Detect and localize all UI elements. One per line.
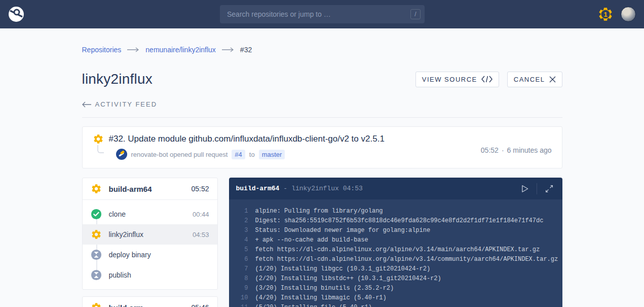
log-line-text: Status: Downloaded newer image for golan…	[255, 226, 431, 235]
log-line[interactable]: 9(3/20) Installing binutils (2.35.2-r2)	[237, 284, 554, 293]
log-line[interactable]: 4+ apk --no-cache add build-base	[237, 235, 554, 245]
console-actions-divider	[537, 183, 537, 194]
log-line-number[interactable]: 1	[237, 207, 248, 216]
build-title: #32. Update module github.com/influxdata…	[109, 134, 385, 144]
arrow-right-icon	[127, 47, 139, 52]
stages-sidebar: build-arm64 05:52 clone 00:44	[82, 178, 218, 307]
notification-count: 1	[597, 6, 614, 22]
step-duration: 04:53	[193, 231, 209, 238]
play-icon	[519, 184, 529, 194]
vela-logo-icon[interactable]	[8, 6, 24, 22]
pending-hourglass-icon	[91, 249, 102, 260]
stage-name: build-arm64	[109, 185, 152, 193]
console-header: build-arm64 - linky2influx 04:53	[229, 178, 562, 199]
step-row-deploy-binary[interactable]: deploy binary	[83, 245, 217, 265]
stage-header-build-arm[interactable]: build-arm 05:46	[83, 297, 217, 307]
log-line-text: + apk --no-cache add build-base	[255, 235, 368, 245]
step-row-clone[interactable]: clone 00:44	[83, 204, 217, 224]
global-search: /	[220, 5, 425, 23]
connector-line	[97, 145, 104, 153]
breadcrumb-repositories[interactable]: Repositories	[82, 46, 122, 54]
log-line[interactable]: 2Digest: sha256:5519c8752f6b53fc8818dc46…	[237, 216, 554, 226]
running-gear-icon	[91, 183, 102, 194]
log-line-number[interactable]: 2	[237, 216, 248, 226]
log-line[interactable]: 8(2/20) Installing libstdc++ (10.3.1_git…	[237, 274, 554, 284]
log-line-number[interactable]: 11	[237, 303, 248, 307]
branch-badge[interactable]: master	[259, 150, 285, 159]
code-icon	[481, 76, 493, 83]
log-line-number[interactable]: 5	[237, 245, 248, 255]
console-step-duration: 04:53	[343, 185, 363, 192]
log-line-text: (3/20) Installing binutils (2.35.2-r2)	[255, 284, 394, 293]
build-activity-card[interactable]: #32. Update module github.com/influxdata…	[82, 126, 562, 168]
running-gear-icon	[93, 133, 104, 145]
log-line-number[interactable]: 7	[237, 264, 248, 274]
expand-icon	[545, 184, 554, 193]
arrow-left-icon	[82, 101, 91, 108]
step-name: deploy binary	[109, 251, 151, 259]
breadcrumb-build-number: #32	[240, 46, 252, 54]
log-line[interactable]: 7(1/20) Installing libgcc (10.3.1_git202…	[237, 264, 554, 274]
log-line-number[interactable]: 3	[237, 226, 248, 235]
stage-card-build-arm: build-arm 05:46	[82, 296, 218, 307]
event-text: renovate-bot opened pull request	[131, 151, 228, 158]
running-gear-icon	[91, 302, 102, 307]
log-line-text: (4/20) Installing libmagic (5.40-r1)	[255, 293, 387, 303]
pending-hourglass-icon	[91, 269, 102, 281]
step-row-publish[interactable]: publish	[83, 265, 217, 285]
log-line[interactable]: 10(4/20) Installing libmagic (5.40-r1)	[237, 293, 554, 303]
log-line-text: fetch https://dl-cdn.alpinelinux.org/alp…	[255, 255, 558, 264]
view-source-button[interactable]: VIEW SOURCE	[415, 72, 499, 87]
search-input[interactable]	[220, 5, 425, 23]
log-line-text: (2/20) Installing libstdc++ (10.3.1_git2…	[255, 274, 441, 284]
log-line-number[interactable]: 9	[237, 284, 248, 293]
stage-card-build-arm64: build-arm64 05:52 clone 00:44	[82, 178, 218, 290]
follow-logs-button[interactable]	[518, 183, 531, 195]
log-line-text: alpine: Pulling from library/golang	[255, 207, 383, 216]
renovate-bot-avatar	[116, 149, 127, 160]
step-row-linky2influx[interactable]: linky2influx 04:53	[83, 224, 217, 245]
stage-duration: 05:52	[191, 185, 209, 193]
to-text: to	[249, 151, 255, 158]
log-line-number[interactable]: 8	[237, 274, 248, 284]
dot-separator: ·	[502, 146, 504, 154]
user-avatar[interactable]	[621, 7, 636, 22]
console-stage-name: build-arm64	[236, 185, 280, 192]
log-line-number[interactable]: 4	[237, 235, 248, 245]
log-line[interactable]: 5fetch https://dl-cdn.alpinelinux.org/al…	[237, 245, 554, 255]
pr-number-badge[interactable]: #4	[232, 150, 245, 159]
stage-header-build-arm64[interactable]: build-arm64 05:52	[83, 178, 217, 200]
running-gear-icon	[91, 229, 102, 240]
slash-shortcut-key: /	[410, 9, 421, 19]
console-log-body[interactable]: 1alpine: Pulling from library/golang 2Di…	[229, 199, 562, 307]
success-check-icon	[91, 209, 102, 220]
log-line-text: Digest: sha256:5519c8752f6b53fc8818dc46e…	[255, 216, 544, 226]
step-name: clone	[109, 210, 126, 218]
log-line[interactable]: 3Status: Downloaded newer image for gola…	[237, 226, 554, 235]
log-line[interactable]: 1alpine: Pulling from library/golang	[237, 207, 554, 216]
activity-feed-link[interactable]: ACTIVITY FEED	[82, 100, 562, 108]
step-duration: 00:44	[193, 211, 209, 218]
log-line-number[interactable]: 10	[237, 293, 248, 303]
stage-duration: 05:46	[191, 303, 209, 307]
close-icon	[549, 76, 556, 83]
notification-badge[interactable]: 1	[597, 6, 614, 22]
expand-logs-button[interactable]	[543, 183, 555, 195]
section-divider	[82, 117, 562, 118]
log-console: build-arm64 - linky2influx 04:53	[229, 178, 562, 307]
cancel-button[interactable]: CANCEL	[507, 72, 562, 87]
step-name: publish	[109, 271, 131, 279]
view-source-label: VIEW SOURCE	[422, 76, 477, 83]
log-line[interactable]: 6fetch https://dl-cdn.alpinelinux.org/al…	[237, 255, 554, 264]
log-line-text: (1/20) Installing libgcc (10.3.1_git2021…	[255, 264, 431, 274]
log-line-number[interactable]: 6	[237, 255, 248, 264]
build-time-ago: 6 minutes ago	[507, 146, 552, 154]
console-step-name: linky2influx	[291, 185, 339, 192]
activity-feed-label: ACTIVITY FEED	[95, 100, 158, 108]
log-line-text: fetch https://dl-cdn.alpinelinux.org/alp…	[255, 245, 540, 255]
log-line[interactable]: 11(5/20) Installing file (5.40-r1)	[237, 303, 554, 307]
breadcrumb-repo[interactable]: nemunaire/linky2influx	[145, 46, 216, 54]
log-line-text: (5/20) Installing file (5.40-r1)	[255, 303, 372, 307]
stage-name: build-arm	[109, 303, 143, 307]
page-title: linky2influx	[82, 71, 153, 87]
